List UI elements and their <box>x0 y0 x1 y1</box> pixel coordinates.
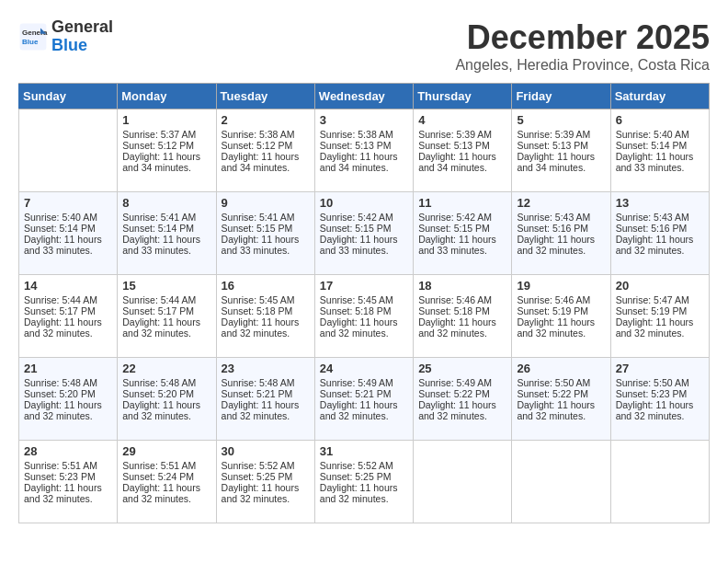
day-info: Sunset: 5:22 PM <box>517 388 605 399</box>
day-number: 20 <box>616 279 704 293</box>
weekday-header-thursday: Thursday <box>414 84 512 109</box>
day-info: Daylight: 11 hours <box>418 399 506 410</box>
day-info: Sunset: 5:15 PM <box>320 223 408 234</box>
day-info: Daylight: 11 hours <box>24 482 112 493</box>
day-info: Sunrise: 5:51 AM <box>24 460 112 471</box>
day-info: and 32 minutes. <box>122 410 210 421</box>
day-info: Sunset: 5:20 PM <box>24 388 112 399</box>
day-number: 2 <box>222 113 310 127</box>
day-info: Sunrise: 5:48 AM <box>222 377 310 388</box>
logo: General Blue General Blue <box>18 18 113 55</box>
day-info: Sunrise: 5:52 AM <box>320 460 408 471</box>
calendar-table: SundayMondayTuesdayWednesdayThursdayFrid… <box>18 83 710 523</box>
day-info: Daylight: 11 hours <box>320 482 408 493</box>
day-number: 28 <box>24 444 112 458</box>
calendar-cell: 15Sunrise: 5:44 AMSunset: 5:17 PMDayligh… <box>118 275 216 358</box>
calendar-cell: 8Sunrise: 5:41 AMSunset: 5:14 PMDaylight… <box>118 192 216 275</box>
day-info: Sunrise: 5:38 AM <box>222 129 310 140</box>
day-info: Sunrise: 5:37 AM <box>122 129 210 140</box>
day-info: and 34 minutes. <box>517 162 605 173</box>
day-info: and 33 minutes. <box>418 245 506 256</box>
day-info: and 32 minutes. <box>24 493 112 504</box>
calendar-week-2: 7Sunrise: 5:40 AMSunset: 5:14 PMDaylight… <box>19 192 710 275</box>
day-info: Sunset: 5:17 PM <box>24 305 112 316</box>
day-info: Sunset: 5:15 PM <box>418 223 506 234</box>
day-info: Sunrise: 5:40 AM <box>24 212 112 223</box>
day-number: 24 <box>320 362 408 375</box>
day-number: 6 <box>616 113 704 127</box>
day-info: Sunrise: 5:45 AM <box>320 294 408 305</box>
calendar-week-3: 14Sunrise: 5:44 AMSunset: 5:17 PMDayligh… <box>19 275 710 358</box>
day-number: 13 <box>616 196 704 210</box>
day-info: and 32 minutes. <box>222 327 310 339</box>
calendar-cell: 27Sunrise: 5:50 AMSunset: 5:23 PMDayligh… <box>610 358 709 441</box>
calendar-cell: 18Sunrise: 5:46 AMSunset: 5:18 PMDayligh… <box>414 275 512 358</box>
day-info: and 32 minutes. <box>517 245 605 256</box>
day-info: and 32 minutes. <box>418 410 506 421</box>
day-info: Daylight: 11 hours <box>616 234 704 245</box>
calendar-cell: 3Sunrise: 5:38 AMSunset: 5:13 PMDaylight… <box>314 109 413 192</box>
day-info: and 32 minutes. <box>616 410 704 421</box>
day-info: Sunrise: 5:38 AM <box>320 129 408 140</box>
day-number: 19 <box>517 279 605 293</box>
day-number: 26 <box>517 362 605 375</box>
day-info: Sunrise: 5:48 AM <box>122 377 210 388</box>
day-info: Sunrise: 5:42 AM <box>418 212 506 223</box>
day-info: and 33 minutes. <box>222 245 310 256</box>
day-number: 30 <box>222 444 310 458</box>
month-title: December 2025 <box>455 18 710 57</box>
day-info: Sunrise: 5:39 AM <box>418 129 506 140</box>
day-info: Sunset: 5:14 PM <box>122 223 210 234</box>
day-info: Daylight: 11 hours <box>24 316 112 327</box>
day-number: 5 <box>517 113 605 127</box>
calendar-cell: 12Sunrise: 5:43 AMSunset: 5:16 PMDayligh… <box>512 192 610 275</box>
calendar-cell: 11Sunrise: 5:42 AMSunset: 5:15 PMDayligh… <box>414 192 512 275</box>
weekday-header-tuesday: Tuesday <box>216 84 314 109</box>
day-info: Daylight: 11 hours <box>122 234 210 245</box>
day-info: Sunrise: 5:42 AM <box>320 212 408 223</box>
day-info: Daylight: 11 hours <box>616 399 704 410</box>
day-info: and 33 minutes. <box>616 162 704 173</box>
day-info: Daylight: 11 hours <box>222 316 310 327</box>
day-number: 7 <box>24 196 112 210</box>
day-info: and 32 minutes. <box>24 327 112 339</box>
calendar-cell: 6Sunrise: 5:40 AMSunset: 5:14 PMDaylight… <box>610 109 709 192</box>
day-info: and 32 minutes. <box>418 327 506 339</box>
day-info: Sunrise: 5:49 AM <box>418 377 506 388</box>
calendar-header-row: SundayMondayTuesdayWednesdayThursdayFrid… <box>19 84 710 109</box>
day-info: Sunset: 5:18 PM <box>320 305 408 316</box>
day-info: Sunset: 5:21 PM <box>320 388 408 399</box>
day-info: Sunset: 5:13 PM <box>418 140 506 151</box>
logo-line2: Blue <box>51 37 113 55</box>
calendar-cell: 1Sunrise: 5:37 AMSunset: 5:12 PMDaylight… <box>118 109 216 192</box>
calendar-cell <box>512 441 610 523</box>
day-info: Sunset: 5:18 PM <box>222 305 310 316</box>
weekday-header-wednesday: Wednesday <box>314 84 413 109</box>
calendar-cell: 29Sunrise: 5:51 AMSunset: 5:24 PMDayligh… <box>118 441 216 523</box>
day-number: 23 <box>222 362 310 375</box>
day-info: and 32 minutes. <box>222 493 310 504</box>
day-info: Sunrise: 5:43 AM <box>616 212 704 223</box>
day-info: and 32 minutes. <box>122 493 210 504</box>
day-info: Daylight: 11 hours <box>517 151 605 162</box>
day-info: Sunset: 5:13 PM <box>320 140 408 151</box>
day-info: Sunset: 5:22 PM <box>418 388 506 399</box>
calendar-cell <box>414 441 512 523</box>
day-info: Sunrise: 5:51 AM <box>122 460 210 471</box>
calendar-cell: 24Sunrise: 5:49 AMSunset: 5:21 PMDayligh… <box>314 358 413 441</box>
day-info: and 34 minutes. <box>122 162 210 173</box>
day-number: 16 <box>222 279 310 293</box>
day-number: 18 <box>418 279 506 293</box>
day-number: 8 <box>122 196 210 210</box>
day-info: Sunset: 5:14 PM <box>24 223 112 234</box>
weekday-header-saturday: Saturday <box>610 84 709 109</box>
calendar-week-4: 21Sunrise: 5:48 AMSunset: 5:20 PMDayligh… <box>19 358 710 441</box>
day-info: Daylight: 11 hours <box>320 151 408 162</box>
day-info: Sunset: 5:16 PM <box>616 223 704 234</box>
day-info: Daylight: 11 hours <box>222 482 310 493</box>
calendar-cell: 4Sunrise: 5:39 AMSunset: 5:13 PMDaylight… <box>414 109 512 192</box>
calendar-cell: 7Sunrise: 5:40 AMSunset: 5:14 PMDaylight… <box>19 192 118 275</box>
calendar-cell: 2Sunrise: 5:38 AMSunset: 5:12 PMDaylight… <box>216 109 314 192</box>
day-info: and 32 minutes. <box>320 410 408 421</box>
calendar-cell: 16Sunrise: 5:45 AMSunset: 5:18 PMDayligh… <box>216 275 314 358</box>
